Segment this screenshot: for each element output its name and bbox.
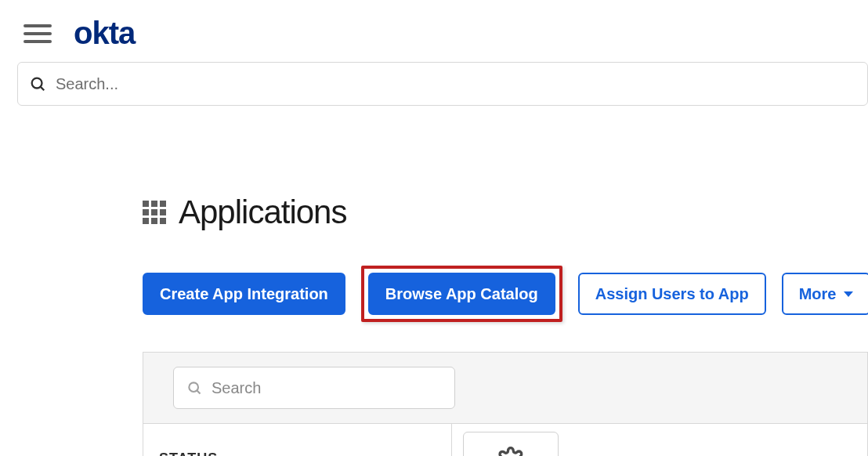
create-app-integration-button[interactable]: Create App Integration <box>143 273 345 315</box>
svg-point-0 <box>32 78 42 89</box>
browse-app-catalog-button[interactable]: Browse App Catalog <box>368 273 555 315</box>
svg-line-3 <box>197 391 201 394</box>
highlight-annotation: Browse App Catalog <box>361 266 562 322</box>
okta-logo: okta <box>74 16 135 51</box>
gear-icon <box>495 447 526 456</box>
chevron-down-icon <box>844 291 853 297</box>
applications-panel: STATUS 1password - manual <box>143 352 868 456</box>
assign-users-to-app-button[interactable]: Assign Users to App <box>578 273 766 315</box>
app-tile[interactable] <box>463 432 559 456</box>
svg-line-1 <box>41 87 44 90</box>
more-button[interactable]: More <box>782 273 868 315</box>
search-icon <box>29 75 46 92</box>
search-icon <box>186 380 202 396</box>
global-search-input[interactable] <box>56 75 856 93</box>
status-label: STATUS <box>159 451 451 456</box>
status-filter-column: STATUS <box>143 424 452 456</box>
page-title: Applications <box>179 194 346 231</box>
apps-grid-icon <box>143 201 166 224</box>
panel-search[interactable] <box>173 367 455 409</box>
global-search[interactable] <box>17 62 868 106</box>
panel-search-input[interactable] <box>212 379 442 397</box>
menu-toggle[interactable] <box>24 20 52 48</box>
svg-point-2 <box>189 382 198 392</box>
more-button-label: More <box>799 285 837 303</box>
